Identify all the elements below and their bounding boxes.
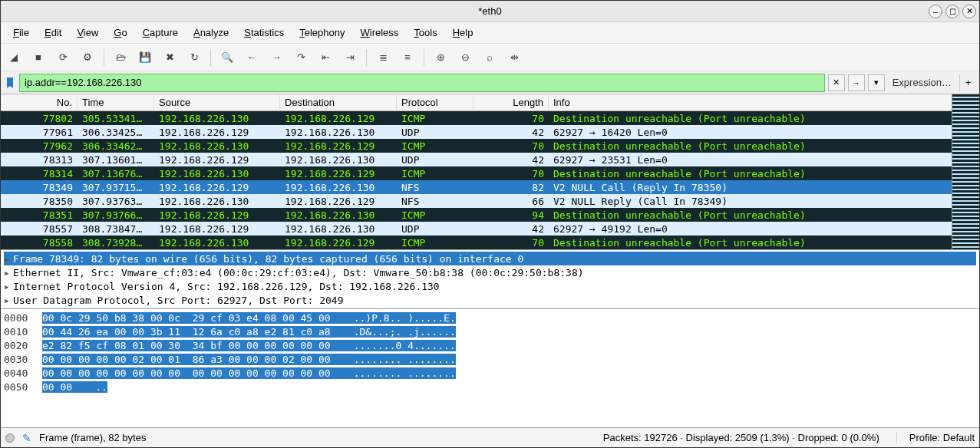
close-icon[interactable]: ✕ bbox=[962, 5, 976, 18]
packet-row[interactable]: 78557308.73847…192.168.226.129192.168.22… bbox=[1, 222, 979, 236]
reload-icon[interactable]: ↻ bbox=[186, 49, 203, 66]
menu-statistics[interactable]: Statistics bbox=[238, 25, 290, 40]
toolbar-separator bbox=[210, 49, 211, 66]
packet-row[interactable]: 77802305.53341…192.168.226.130192.168.22… bbox=[1, 111, 979, 125]
menu-analyze[interactable]: Analyze bbox=[187, 25, 235, 40]
bytes-ascii: .......0 4....... bbox=[331, 340, 456, 351]
expand-tri-icon[interactable]: ▸ bbox=[4, 253, 13, 265]
status-packets: Packets: 192726 · Displayed: 2509 (1.3%)… bbox=[603, 432, 879, 443]
apply-filter-button[interactable]: → bbox=[848, 74, 865, 91]
packet-row[interactable]: 78314307.13676…192.168.226.130192.168.22… bbox=[1, 166, 979, 180]
bytes-offset: 0030 bbox=[4, 354, 42, 365]
zoom-out-icon[interactable]: ⊖ bbox=[457, 49, 474, 66]
find-icon[interactable]: 🔍 bbox=[219, 49, 236, 66]
save-file-icon[interactable]: 💾 bbox=[137, 49, 153, 66]
close-file-icon[interactable]: ✖ bbox=[161, 49, 178, 66]
bytes-row[interactable]: 003000 00 00 00 00 02 00 01 86 a3 00 00 … bbox=[4, 352, 976, 366]
capture-options-icon[interactable]: ⚙ bbox=[79, 49, 96, 66]
col-header-info[interactable]: Info bbox=[549, 95, 979, 110]
shark-fin-start-icon[interactable]: ◢ bbox=[5, 49, 22, 66]
bytes-ascii: ..)P.8.. ).....E. bbox=[331, 312, 456, 324]
window-title: *eth0 bbox=[478, 5, 501, 17]
packet-row[interactable]: 77962306.33462…192.168.226.130192.168.22… bbox=[1, 139, 979, 153]
bytes-row[interactable]: 004000 00 00 00 00 00 00 00 00 00 00 00 … bbox=[4, 366, 976, 380]
expert-info-icon[interactable] bbox=[5, 433, 15, 443]
main-toolbar: ◢■⟳⚙🗁💾✖↻🔍←→↷⇤⇥≣≡⊕⊖⌕⇹ bbox=[1, 44, 979, 71]
menu-capture[interactable]: Capture bbox=[137, 25, 184, 40]
packet-row[interactable]: 78313307.13601…192.168.226.129192.168.22… bbox=[1, 153, 979, 166]
colorize-icon[interactable]: ≡ bbox=[399, 49, 416, 66]
status-profile[interactable]: Profile: Default bbox=[896, 432, 975, 443]
zoom-reset-icon[interactable]: ⌕ bbox=[481, 49, 498, 66]
menu-telephony[interactable]: Telephony bbox=[293, 25, 351, 40]
filter-bar: ✕ → ▾ Expression… + bbox=[1, 71, 979, 94]
bytes-row[interactable]: 000000 0c 29 50 b8 38 00 0c 29 cf 03 e4 … bbox=[4, 311, 976, 324]
bytes-offset: 0000 bbox=[4, 312, 42, 324]
menu-help[interactable]: Help bbox=[447, 25, 480, 40]
go-to-packet-icon[interactable]: ↷ bbox=[292, 49, 309, 66]
col-header-time[interactable]: Time bbox=[78, 95, 154, 110]
packet-overview-scrollbar[interactable] bbox=[952, 94, 979, 249]
maximize-icon[interactable]: ◻ bbox=[945, 5, 959, 18]
packet-row[interactable]: 78351307.93766…192.168.226.129192.168.22… bbox=[1, 208, 979, 222]
filter-dropdown-button[interactable]: ▾ bbox=[868, 74, 885, 91]
col-header-no[interactable]: No. bbox=[1, 95, 78, 110]
go-first-icon[interactable]: ⇤ bbox=[317, 49, 334, 66]
minimize-icon[interactable]: – bbox=[929, 5, 942, 18]
menu-view[interactable]: View bbox=[71, 25, 104, 40]
menu-tools[interactable]: Tools bbox=[408, 25, 443, 40]
go-back-icon[interactable]: ← bbox=[243, 49, 260, 66]
bytes-offset: 0050 bbox=[4, 381, 42, 393]
menu-wireless[interactable]: Wireless bbox=[355, 25, 405, 40]
expression-button[interactable]: Expression… bbox=[888, 77, 956, 88]
expand-tri-icon[interactable]: ▸ bbox=[4, 281, 13, 292]
packet-row[interactable]: 78558308.73928…192.168.226.130192.168.22… bbox=[1, 236, 979, 249]
auto-scroll-icon[interactable]: ≣ bbox=[375, 49, 391, 66]
packet-row[interactable]: 77961306.33425…192.168.226.129192.168.22… bbox=[1, 125, 979, 139]
go-forward-icon[interactable]: → bbox=[268, 49, 285, 66]
window-titlebar: *eth0 – ◻ ✕ bbox=[1, 1, 979, 22]
bytes-ascii: .D&...;. .j...... bbox=[331, 326, 456, 338]
packet-list-header: No. Time Source Destination Protocol Len… bbox=[1, 94, 979, 111]
expand-tri-icon[interactable]: ▸ bbox=[4, 295, 13, 306]
col-header-source[interactable]: Source bbox=[154, 95, 280, 110]
edit-comment-icon[interactable]: ✎ bbox=[22, 432, 31, 444]
bytes-row[interactable]: 0020e2 82 f5 cf 08 01 00 30 34 bf 00 00 … bbox=[4, 338, 976, 352]
detail-row[interactable]: ▸User Datagram Protocol, Src Port: 62927… bbox=[4, 293, 976, 307]
bytes-hex: 00 00 00 00 00 00 00 00 00 00 00 00 00 0… bbox=[42, 367, 331, 379]
packet-list: No. Time Source Destination Protocol Len… bbox=[1, 94, 979, 249]
go-last-icon[interactable]: ⇥ bbox=[342, 49, 358, 66]
bytes-hex: 00 00 bbox=[42, 381, 72, 393]
clear-filter-button[interactable]: ✕ bbox=[828, 74, 845, 91]
bytes-row[interactable]: 001000 44 26 ea 00 00 3b 11 12 6a c0 a8 … bbox=[4, 324, 976, 338]
detail-row[interactable]: ▸Frame 78349: 82 bytes on wire (656 bits… bbox=[4, 252, 976, 265]
restart-capture-icon[interactable]: ⟳ bbox=[54, 49, 71, 66]
detail-row[interactable]: ▸Internet Protocol Version 4, Src: 192.1… bbox=[4, 279, 976, 293]
col-header-length[interactable]: Length bbox=[474, 95, 549, 110]
add-filter-button[interactable]: + bbox=[959, 74, 976, 91]
bytes-hex: 00 44 26 ea 00 00 3b 11 12 6a c0 a8 e2 8… bbox=[42, 326, 331, 338]
detail-row[interactable]: ▸Ethernet II, Src: Vmware_cf:03:e4 (00:0… bbox=[4, 265, 976, 279]
stop-capture-icon[interactable]: ■ bbox=[30, 49, 47, 66]
col-header-destination[interactable]: Destination bbox=[280, 95, 397, 110]
menu-file[interactable]: File bbox=[7, 25, 35, 40]
menu-edit[interactable]: Edit bbox=[38, 25, 68, 40]
resize-columns-icon[interactable]: ⇹ bbox=[506, 49, 523, 66]
packet-details-pane: ▸Frame 78349: 82 bytes on wire (656 bits… bbox=[1, 249, 979, 308]
bytes-row[interactable]: 005000 00.. bbox=[4, 380, 976, 394]
bytes-hex: 00 0c 29 50 b8 38 00 0c 29 cf 03 e4 08 0… bbox=[42, 312, 331, 324]
bytes-offset: 0020 bbox=[4, 340, 42, 351]
toolbar-separator bbox=[366, 49, 367, 66]
col-header-protocol[interactable]: Protocol bbox=[397, 95, 474, 110]
display-filter-input[interactable] bbox=[19, 74, 825, 92]
packet-row[interactable]: 78350307.93763…192.168.226.130192.168.22… bbox=[1, 194, 979, 208]
open-file-icon[interactable]: 🗁 bbox=[112, 49, 129, 66]
bytes-ascii: .. bbox=[72, 381, 107, 393]
toolbar-separator bbox=[424, 49, 424, 66]
bookmark-icon[interactable] bbox=[4, 75, 16, 91]
packet-row[interactable]: 78349307.93715…192.168.226.129192.168.22… bbox=[1, 180, 979, 194]
menu-go[interactable]: Go bbox=[107, 25, 133, 40]
toolbar-separator bbox=[104, 49, 104, 66]
expand-tri-icon[interactable]: ▸ bbox=[4, 267, 13, 278]
zoom-in-icon[interactable]: ⊕ bbox=[432, 49, 449, 66]
